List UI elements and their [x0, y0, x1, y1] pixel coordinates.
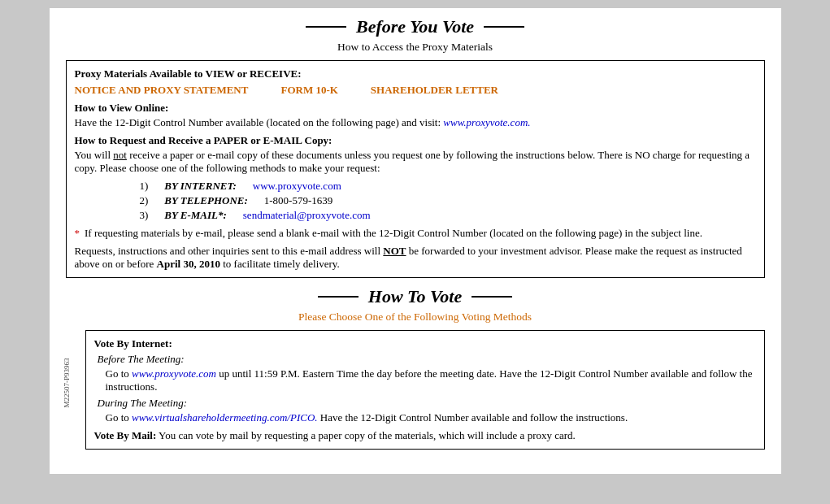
asterisk-note: * If requesting materials by e-mail, ple… [75, 227, 756, 240]
method-3-label: BY E-MAIL*: [164, 209, 226, 222]
method-1-value: www.proxyvote.com [253, 180, 341, 193]
method-1-label: BY INTERNET: [164, 180, 236, 193]
vote-by-internet-label: Vote By Internet: [94, 337, 756, 350]
method-3-value: sendmaterial@proxyvote.com [243, 209, 371, 222]
how-to-vote-title: How To Vote [368, 286, 462, 307]
title-line-right [484, 26, 524, 28]
doc-link-3: SHAREHOLDER LETTER [371, 84, 498, 97]
asterisk-symbol: * [75, 227, 80, 240]
title2-line-right [471, 296, 512, 298]
before-meeting-text: Go to www.proxyvote.com up until 11:59 P… [106, 367, 756, 393]
method-2-value: 1-800-579-1639 [264, 194, 333, 207]
method-1: 1) BY INTERNET: www.proxyvote.com [140, 180, 756, 193]
doc-links-row: NOTICE AND PROXY STATEMENT FORM 10-K SHA… [75, 84, 756, 97]
box-header: Proxy Materials Available to VIEW or REC… [75, 67, 756, 80]
how-view-text: Have the 12-Digit Control Number availab… [75, 116, 756, 129]
side-label-area: M22507-P93963 [66, 330, 80, 458]
section2-layout: M22507-P93963 Vote By Internet: Before T… [66, 330, 765, 458]
vote-by-mail-text: You can vote by mail by requesting a pap… [159, 429, 576, 441]
method-2-num: 2) [140, 194, 149, 207]
during-meeting-label: During The Meeting: [98, 397, 756, 410]
method-2: 2) BY TELEPHONE: 1-800-579-1639 [140, 194, 756, 207]
proxyvote-link2: www.proxyvote.com [132, 367, 216, 380]
vote-by-mail-label: Vote By Mail: [94, 429, 157, 441]
during-meeting-text: Go to www.virtualshareholdermeeting.com/… [106, 411, 756, 424]
doc-link-1: NOTICE AND PROXY STATEMENT [75, 84, 249, 97]
section1-title: Before You Vote [66, 16, 765, 37]
virtual-meeting-link: www.virtualshareholdermeeting.com/PICO. [132, 411, 318, 424]
side-label: M22507-P93963 [62, 358, 70, 407]
before-you-vote-title: Before You Vote [356, 16, 474, 37]
method-3-num: 3) [140, 209, 149, 222]
doc-link-2: FORM 10-K [280, 84, 337, 97]
method-2-label: BY TELEPHONE: [164, 194, 247, 207]
before-meeting-label: Before The Meeting: [98, 353, 756, 366]
how-to-vote-box: Vote By Internet: Before The Meeting: Go… [85, 330, 765, 450]
method-1-num: 1) [140, 180, 149, 193]
methods-list: 1) BY INTERNET: www.proxyvote.com 2) BY … [140, 180, 756, 222]
method-3: 3) BY E-MAIL*: sendmaterial@proxyvote.co… [140, 209, 756, 222]
section1-subtitle: How to Access the Proxy Materials [66, 41, 765, 54]
section2: How To Vote Please Choose One of the Fol… [66, 286, 765, 458]
requests-note: Requests, instructions and other inquiri… [75, 245, 756, 271]
section2-subtitle: Please Choose One of the Following Votin… [66, 311, 765, 324]
how-request-label: How to Request and Receive a PAPER or E-… [75, 134, 756, 147]
proxyvote-link: www.proxyvote.com. [443, 116, 530, 128]
asterisk-text: If requesting materials by e-mail, pleas… [85, 227, 702, 240]
title2-line-left [318, 296, 359, 298]
how-view-label: How to View Online: [75, 102, 756, 115]
title-line-left [306, 26, 346, 28]
section2-title-wrapper: How To Vote [66, 286, 765, 307]
proxy-materials-box: Proxy Materials Available to VIEW or REC… [66, 60, 765, 278]
vote-by-mail: Vote By Mail: You can vote by mail by re… [94, 429, 756, 442]
how-request-text: You will not receive a paper or e-mail c… [75, 149, 756, 175]
